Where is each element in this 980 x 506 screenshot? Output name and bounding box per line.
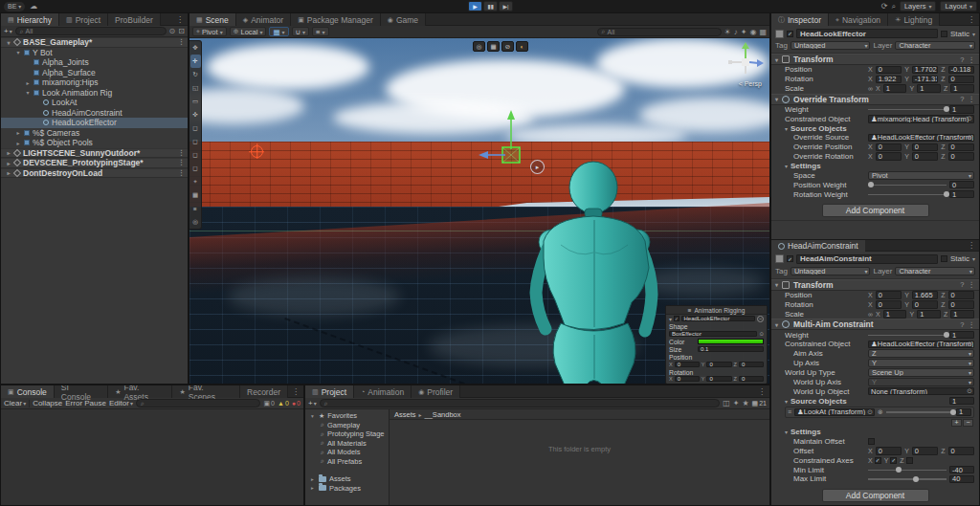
tab-project[interactable]: ▥Project — [305, 385, 354, 398]
account-button[interactable]: BE▾ — [4, 2, 25, 11]
favorite-search[interactable]: ⌕All Models — [305, 448, 389, 457]
axis-y-checkbox[interactable]: ✓ — [890, 457, 897, 464]
tab-scene[interactable]: ▦Scene — [189, 13, 236, 26]
tab-project[interactable]: ▥Project — [59, 13, 108, 26]
snap-toggle[interactable]: ∪▾ — [292, 27, 310, 36]
hierarchy-search-input[interactable]: ⌕ All — [15, 27, 167, 35]
static-dropdown-icon[interactable]: ▾ — [972, 255, 975, 262]
layer-dropdown[interactable]: Character — [895, 267, 975, 275]
snap-increment-toggle[interactable]: ≡▾ — [312, 27, 328, 36]
effector-gizmo[interactable] — [477, 107, 530, 168]
cloud-icon[interactable]: ☁ — [30, 2, 37, 11]
hidden-packages-count[interactable]: ▦21 — [752, 400, 767, 407]
hierarchy-item[interactable]: ▸%$ Cameras — [1, 128, 188, 139]
source-object-field[interactable]: ♟LookAt (Transform) — [794, 408, 875, 417]
custom-tool[interactable]: ◻ — [190, 162, 201, 175]
panel-menu-icon[interactable]: ⋮ — [288, 385, 303, 397]
custom-tool[interactable]: ⌖ — [190, 175, 201, 188]
maintain-offset-checkbox[interactable] — [868, 438, 875, 445]
tab-hierarchy[interactable]: ▤Hierarchy — [1, 13, 59, 26]
create-button[interactable]: +▾ — [4, 27, 12, 35]
custom-tool[interactable]: ▦ — [190, 188, 201, 202]
add-source-button[interactable]: + — [951, 419, 962, 427]
search-by-label-icon[interactable]: ✦ — [733, 399, 740, 407]
scale-x-field[interactable]: 1 — [883, 310, 907, 319]
active-checkbox[interactable]: ✓ — [787, 31, 793, 37]
static-checkbox[interactable] — [941, 31, 947, 37]
shape-object-field[interactable]: BoxEffector — [669, 331, 757, 338]
tab-fav-assets[interactable]: ★Fav. Assets — [108, 385, 172, 398]
offset-y-field[interactable]: 0 — [912, 447, 938, 455]
rect-tool[interactable]: ▭ — [190, 95, 201, 108]
rotation-y-field[interactable]: 0 — [912, 300, 938, 309]
visibility-toggle-icon[interactable]: ◉ — [749, 28, 756, 36]
move-tool[interactable]: ✛ — [190, 55, 201, 68]
tab-profiler[interactable]: ◉Profiler — [412, 385, 460, 398]
view-orientation-gizmo[interactable] — [725, 42, 764, 80]
tab-fav-scenes[interactable]: ★Fav. Scenes — [172, 385, 240, 398]
console-search-input[interactable]: ⌕ — [136, 399, 261, 407]
hierarchy-item[interactable]: Alpha_Surface — [1, 68, 188, 78]
grid-snap-toggle[interactable]: ▦▾ — [269, 27, 288, 36]
error-pause-toggle[interactable]: Error Pause — [65, 399, 106, 407]
create-asset-button[interactable]: +▾ — [308, 399, 317, 407]
axis-z-checkbox[interactable] — [906, 457, 913, 464]
search-icon[interactable]: ⌕ — [891, 2, 895, 11]
tab-probuilder[interactable]: ProBuilder — [108, 13, 161, 26]
favorite-search[interactable]: ⌕All Prefabs — [305, 457, 389, 467]
offset-x-field[interactable]: 0 — [876, 447, 902, 455]
static-dropdown-icon[interactable]: ▾ — [972, 31, 975, 37]
multi-aim-constraint-header[interactable]: ▾ Multi-Aim Constraint ?⋮ — [771, 319, 979, 330]
custom-tool[interactable]: ◻ — [190, 135, 201, 148]
editor-dropdown[interactable]: Editor▾ — [109, 399, 133, 407]
layers-dropdown[interactable]: Layers — [900, 1, 937, 11]
tab-inspector[interactable]: ⓘInspector — [771, 13, 829, 26]
menu-icon[interactable]: ⋮ — [969, 280, 976, 289]
constrained-object-field[interactable]: ♟mixamorig:Head (Transform) — [868, 115, 974, 123]
menu-icon[interactable]: ⋮ — [969, 95, 976, 103]
override-source-field[interactable]: ♟HeadLookEffector (Transform) — [868, 134, 974, 143]
tab-package-manager[interactable]: ▣Package Manager — [291, 13, 381, 26]
hierarchy-item-scene[interactable]: ▸DontDestroyOnLoad⋮ — [1, 168, 188, 179]
tab-si-console[interactable]: SI Console — [55, 385, 108, 398]
pos-x-field[interactable]: 0 — [675, 362, 700, 368]
tab-animation[interactable]: ◔Animation — [354, 385, 412, 398]
offset-z-field[interactable]: 0 — [948, 447, 974, 455]
audio-toggle-icon[interactable]: ♪ — [734, 28, 738, 36]
hierarchy-item[interactable]: Alpha_Joints — [1, 57, 188, 68]
view-tool[interactable]: ✥ — [190, 41, 201, 55]
position-x-field[interactable]: 0 — [876, 66, 902, 75]
hierarchy-item-scene[interactable]: ▾BASE_Gameplay*⋮ — [1, 37, 188, 48]
max-limit-value[interactable]: 40 — [949, 475, 974, 484]
rotate-tool[interactable]: ↻ — [190, 68, 201, 81]
menu-icon[interactable]: ⋮ — [178, 159, 185, 166]
panel-menu-icon[interactable]: ⋮ — [964, 240, 979, 251]
tab-game[interactable]: ◉Game — [381, 13, 426, 26]
source-weight-value[interactable]: 1 — [956, 408, 971, 417]
gizmo-overlay-button[interactable]: ⊘ — [501, 41, 514, 52]
play-gizmo-icon[interactable]: ▸ — [530, 160, 545, 174]
axis-x-checkbox[interactable]: ✓ — [875, 457, 881, 464]
remove-source-button[interactable]: − — [963, 419, 973, 427]
position-z-field[interactable]: -0.118 — [948, 66, 974, 75]
effector-name-field[interactable]: HeadLookEffector — [681, 316, 755, 322]
menu-icon[interactable]: ⋮ — [178, 38, 185, 46]
menu-icon[interactable]: ⋮ — [969, 320, 976, 329]
project-search-input[interactable]: ⌕ — [320, 399, 720, 407]
source-weight-slider[interactable] — [886, 408, 953, 416]
position-weight-slider[interactable] — [868, 181, 947, 188]
favorite-search[interactable]: ⌕Prototyping Stage — [305, 429, 389, 439]
position-z-field[interactable]: 0 — [948, 291, 974, 299]
hierarchy-item[interactable]: ▸%$ Object Pools — [1, 138, 188, 148]
hierarchy-item[interactable]: ▾Y Bot — [1, 48, 188, 58]
hierarchy-item[interactable]: LookAt — [1, 98, 188, 108]
active-checkbox[interactable]: ✓ — [787, 255, 793, 262]
menu-icon[interactable]: ⋮ — [178, 169, 185, 177]
perspective-label[interactable]: < Persp — [739, 80, 762, 87]
collapse-toggle[interactable]: Collapse — [33, 399, 62, 407]
scale-y-field[interactable]: 1 — [917, 310, 941, 319]
tag-dropdown[interactable]: Untagged — [791, 267, 871, 275]
gameobject-name-field[interactable]: HeadLookEffector — [796, 29, 938, 38]
tab-navigation[interactable]: ⌖Navigation — [829, 13, 888, 26]
custom-tool[interactable]: ◻ — [190, 148, 201, 162]
